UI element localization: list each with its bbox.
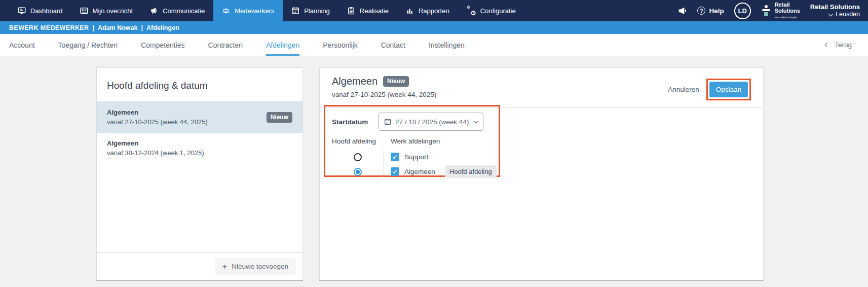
content-area: Hoofd afdeling & datum Algemeen vanaf 27… — [0, 56, 868, 287]
hoofd-afdeling-tag: Hoofd afdeling — [445, 165, 497, 178]
avatar-initials: LD — [738, 7, 746, 15]
hoofd-radio-cell — [332, 164, 384, 179]
list-item-name: Algemeen — [107, 109, 267, 116]
monitor-icon — [18, 7, 26, 15]
top-navigation-right: ? Help LD Retail Solutions we make it si… — [677, 0, 868, 21]
tab-persoonlijk[interactable]: Persoonlijk — [323, 34, 357, 56]
nav-item-rapporten[interactable]: Rapporten — [397, 0, 458, 21]
chevron-down-icon — [473, 119, 478, 124]
panel-title: Hoofd afdeling & datum — [97, 68, 303, 101]
nieuw-badge: Nieuw — [383, 76, 409, 87]
detail-header: Algemeen Nieuw vanaf 27-10-2025 (week 44… — [320, 68, 763, 107]
brand-line1: Retail — [775, 2, 800, 8]
organization-location: Leusden — [836, 11, 860, 18]
avatar[interactable]: LD — [734, 3, 751, 19]
people-icon — [222, 7, 230, 15]
list-item-subtitle: vanaf 27-10-2025 (week 44, 2025) — [107, 118, 267, 126]
tab-toegang-rechten[interactable]: Toegang / Rechten — [58, 34, 118, 56]
nav-item-label: Configuratie — [480, 7, 516, 15]
calendar-icon — [291, 7, 299, 15]
column-divider — [384, 151, 384, 178]
save-highlight-box: Opslaan — [706, 79, 751, 100]
organization-switcher[interactable]: Retail Solutions Leusden — [810, 3, 860, 18]
detail-title: Algemeen — [332, 76, 378, 87]
hoofd-afdeling-panel: Hoofd afdeling & datum Algemeen vanaf 27… — [96, 67, 303, 280]
nav-item-realisatie[interactable]: Realisatie — [338, 0, 397, 21]
algemeen-checkbox[interactable]: ✓ — [391, 167, 399, 176]
list-item-name: Algemeen — [107, 139, 292, 147]
nieuw-badge: Nieuw — [267, 112, 292, 123]
brand-logo: Retail Solutions we make it simple — [761, 2, 800, 20]
nav-item-label: Planning — [304, 7, 330, 15]
back-label: Terug — [835, 41, 852, 49]
calendar-icon — [384, 118, 391, 125]
nav-item-label: Realisatie — [360, 7, 389, 15]
detail-subtitle: vanaf 27-10-2025 (week 44, 2025) — [332, 91, 436, 98]
afdelingen-columns: Hoofd afdeling Werk afdelingen ✓ Support — [332, 137, 499, 179]
chevron-down-icon — [828, 11, 834, 16]
algemeen-label: Algemeen — [404, 168, 435, 175]
nav-item-label: Mijn overzicht — [93, 7, 133, 15]
breadcrumb-section: Afdelingen — [146, 24, 179, 31]
detail-panel: Algemeen Nieuw vanaf 27-10-2025 (week 44… — [319, 67, 764, 280]
cancel-button[interactable]: Annuleren — [662, 82, 705, 97]
list-item-subtitle: vanaf 30-12-2024 (week 1, 2025) — [107, 149, 292, 157]
help-button[interactable]: ? Help — [697, 7, 724, 15]
werk-afdelingen-column-label: Werk afdelingen — [391, 137, 499, 150]
save-button[interactable]: Opslaan — [709, 82, 748, 97]
nav-item-label: Medewerkers — [235, 7, 274, 15]
tab-afdelingen[interactable]: Afdelingen — [266, 34, 299, 56]
panel-footer: + Nieuwe toevoegen — [97, 253, 303, 280]
help-label: Help — [709, 7, 724, 15]
brand-text: Retail Solutions we make it simple — [775, 2, 800, 20]
tab-contracten[interactable]: Contracten — [208, 34, 243, 56]
organization-name: Retail Solutions — [810, 3, 860, 11]
brand-tagline: we make it simple — [775, 14, 800, 20]
tab-instellingen[interactable]: Instellingen — [429, 34, 465, 56]
brand-line2: Solutions — [775, 8, 800, 14]
bar-chart-icon — [406, 7, 414, 15]
tab-competenties[interactable]: Competenties — [141, 34, 184, 56]
startdatum-date-picker[interactable]: 27 / 10 / 2025 (week 44) — [379, 113, 483, 131]
question-circle-icon: ? — [697, 7, 705, 15]
nav-item-medewerkers[interactable]: Medewerkers — [213, 0, 283, 21]
back-button[interactable]: Terug — [825, 34, 852, 56]
breadcrumb-separator: | — [93, 24, 95, 31]
nav-item-communicatie[interactable]: Communicatie — [141, 0, 213, 21]
megaphone-icon — [150, 7, 158, 15]
startdatum-row: Startdatum 27 / 10 / 2025 (week 44) — [332, 113, 499, 131]
tab-account[interactable]: Account — [9, 34, 35, 56]
nav-item-configuratie[interactable]: ⚙ ⚙ Configuratie — [458, 0, 524, 21]
nav-item-mijn-overzicht[interactable]: Mijn overzicht — [71, 0, 141, 21]
werk-afdeling-row-support: ✓ Support — [391, 150, 499, 164]
top-navigation: Dashboard Mijn overzicht Communicatie Me… — [0, 0, 868, 21]
list-item-algemeen-2025[interactable]: Algemeen vanaf 27-10-2025 (week 44, 2025… — [97, 102, 303, 133]
hoofd-afdeling-radio-algemeen[interactable] — [354, 168, 362, 176]
announcements-megaphone-icon[interactable] — [677, 6, 687, 16]
nav-item-label: Communicatie — [163, 7, 205, 15]
detail-actions: Annuleren Opslaan — [662, 79, 751, 100]
chevron-left-icon — [825, 43, 830, 48]
nav-item-label: Rapporten — [419, 7, 449, 15]
support-checkbox[interactable]: ✓ — [391, 153, 399, 161]
hoofd-radio-cell — [332, 150, 384, 164]
werk-afdeling-row-algemeen: ✓ Algemeen Hoofd afdeling — [391, 164, 499, 179]
tab-bar: Account Toegang / Rechten Competenties C… — [0, 34, 868, 56]
tab-contact[interactable]: Contact — [381, 34, 405, 56]
startdatum-value: 27 / 10 / 2025 (week 44) — [395, 118, 469, 126]
form-highlight-box: Startdatum 27 / 10 / 2025 (week 44) Hoof… — [324, 105, 500, 177]
add-new-button[interactable]: + Nieuwe toevoegen — [215, 258, 296, 275]
page: Dashboard Mijn overzicht Communicatie Me… — [0, 0, 868, 287]
support-label: Support — [404, 153, 428, 161]
breadcrumb: BEWERK MEDEWERKER | Adam Nowak | Afdelin… — [0, 21, 868, 34]
nav-item-planning[interactable]: Planning — [283, 0, 338, 21]
nav-item-dashboard[interactable]: Dashboard — [9, 0, 71, 21]
hoofd-afdeling-radio-support[interactable] — [354, 153, 362, 161]
id-card-icon — [80, 7, 88, 15]
plus-icon: + — [222, 263, 227, 270]
nav-item-label: Dashboard — [30, 7, 63, 15]
add-new-label: Nieuwe toevoegen — [232, 263, 288, 270]
list-item-algemeen-2024[interactable]: Algemeen vanaf 30-12-2024 (week 1, 2025) — [97, 133, 303, 164]
startdatum-label: Startdatum — [332, 118, 379, 126]
breadcrumb-employee: Adam Nowak — [98, 24, 138, 31]
